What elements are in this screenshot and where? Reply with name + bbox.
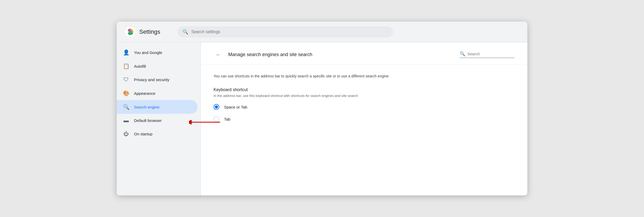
header-search-input[interactable] [191,29,388,34]
back-button[interactable]: ← [214,50,223,59]
page-title: Manage search engines and site search [228,52,312,57]
radio-circle-tab[interactable] [214,116,219,122]
main-search-icon: 🔍 [460,51,465,57]
sidebar: 👤 You and Google 📋 Autofill 🛡 Privacy an… [117,42,201,195]
sidebar-item-privacy-security[interactable]: 🛡 Privacy and security [117,73,197,86]
palette-icon: 🎨 [123,90,129,96]
sidebar-item-autofill[interactable]: 📋 Autofill [117,59,197,73]
person-icon: 👤 [123,49,129,56]
sidebar-label-on-startup: On startup [134,132,152,136]
radio-option-tab[interactable]: Tab [214,116,515,122]
radio-circle-space-or-tab[interactable] [214,104,219,110]
header: Settings 🔍 [117,22,527,42]
chrome-logo-icon [125,27,136,37]
shield-icon: 🛡 [123,77,129,83]
sidebar-label-search-engine: Search engine [134,105,160,109]
sidebar-label-appearance: Appearance [134,91,155,96]
keyboard-shortcut-subtitle: In the address bar, use this keyboard sh… [214,94,515,98]
sidebar-item-appearance[interactable]: 🎨 Appearance [117,86,197,100]
settings-window: Settings 🔍 👤 You and Google 📋 Autofill 🛡… [117,22,527,195]
search-engine-icon: 🔍 [123,104,129,110]
sidebar-item-default-browser[interactable]: ▬ Default browser [117,114,197,127]
logo-area: Settings [125,27,160,37]
svg-point-3 [129,31,132,33]
sidebar-item-search-engine[interactable]: 🔍 Search engine [117,100,197,114]
back-title-area: ← Manage search engines and site search [214,50,312,59]
sidebar-label-autofill: Autofill [134,64,146,68]
content-area: You can use shortcuts in the address bar… [201,65,527,130]
main-search-bar[interactable]: 🔍 [460,51,515,58]
sidebar-label-privacy-security: Privacy and security [134,77,169,82]
startup-icon: ⏻ [123,131,129,137]
radio-label-tab: Tab [224,117,230,121]
sidebar-item-you-and-google[interactable]: 👤 You and Google [117,46,197,59]
main-header: ← Manage search engines and site search … [201,42,527,65]
keyboard-shortcut-title: Keyboard shortcut [214,87,515,92]
body: 👤 You and Google 📋 Autofill 🛡 Privacy an… [117,42,527,195]
main-search-input[interactable] [467,52,515,56]
radio-label-space-or-tab: Space or Tab [224,105,247,109]
sidebar-label-you-and-google: You and Google [134,50,162,55]
description-text: You can use shortcuts in the address bar… [214,73,440,79]
keyboard-shortcut-options: Space or Tab Tab [214,104,515,122]
app-title: Settings [139,28,160,35]
clipboard-icon: 📋 [123,63,129,69]
header-search-bar[interactable]: 🔍 [177,26,393,37]
radio-option-space-or-tab[interactable]: Space or Tab [214,104,515,110]
header-search-icon: 🔍 [182,29,188,35]
browser-icon: ▬ [123,117,129,124]
main-content: ← Manage search engines and site search … [201,42,527,195]
sidebar-item-on-startup[interactable]: ⏻ On startup [117,127,197,141]
sidebar-label-default-browser: Default browser [134,118,162,123]
